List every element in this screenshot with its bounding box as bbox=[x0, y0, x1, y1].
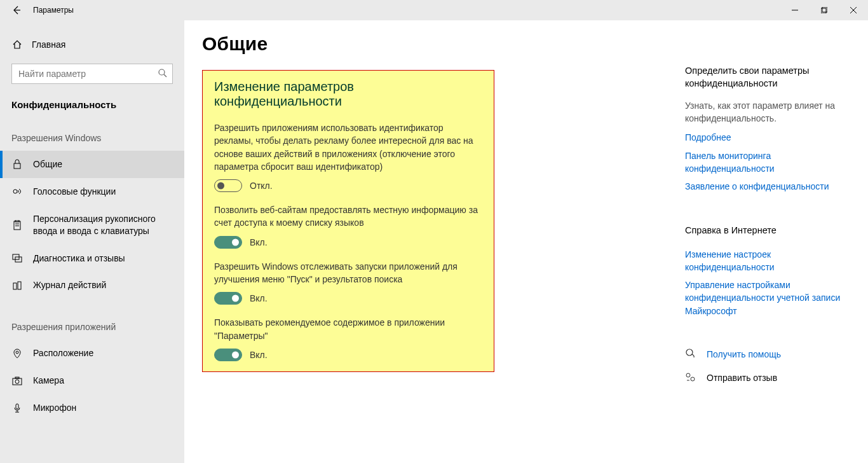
link-privacy-statement[interactable]: Заявление о конфиденциальности bbox=[685, 180, 850, 193]
maximize-icon bbox=[821, 7, 827, 13]
setting-advertising-id: Разрешить приложениям использовать идент… bbox=[214, 121, 481, 192]
get-help-link: Получить помощь bbox=[707, 348, 781, 361]
setting-suggested-content: Показывать рекомендуемое содержимое в пр… bbox=[214, 316, 481, 361]
svg-line-7 bbox=[164, 74, 166, 77]
svg-point-25 bbox=[691, 377, 695, 381]
privacy-settings-section: Изменение параметров конфиденциальности … bbox=[202, 70, 494, 372]
nav-item-microphone[interactable]: Микрофон bbox=[0, 394, 184, 422]
link-change-privacy[interactable]: Изменение настроек конфиденциальности bbox=[685, 248, 850, 274]
sidebar: Главная Конфиденциальность Разрешения Wi… bbox=[0, 20, 184, 463]
category-title: Конфиденциальность bbox=[0, 95, 184, 125]
nav-item-inking[interactable]: Персонализация рукописного ввода и ввода… bbox=[0, 205, 184, 245]
help-title: Справка в Интернете bbox=[685, 225, 850, 235]
right-title-1: Определить свои параметры конфиденциальн… bbox=[685, 65, 850, 90]
nav-label: Персонализация рукописного ввода и ввода… bbox=[33, 213, 173, 237]
svg-rect-22 bbox=[16, 404, 18, 409]
setting-app-launches: Разрешить Windows отслеживать запуски пр… bbox=[214, 260, 481, 305]
setting-description: Позволить веб-сайтам предоставлять местн… bbox=[214, 204, 481, 230]
setting-description: Разрешить Windows отслеживать запуски пр… bbox=[214, 260, 481, 286]
svg-rect-21 bbox=[15, 377, 19, 378]
nav-label: Общие bbox=[33, 158, 62, 170]
toggle-suggested-content[interactable] bbox=[214, 349, 242, 361]
svg-rect-2 bbox=[821, 8, 826, 13]
nav-item-voice[interactable]: Голосовые функции bbox=[0, 178, 184, 205]
link-learn-more[interactable]: Подробнее bbox=[685, 131, 850, 144]
feedback-row[interactable]: Отправить отзыв bbox=[685, 371, 850, 385]
svg-point-20 bbox=[15, 380, 19, 384]
nav-label: Микрофон bbox=[33, 402, 76, 414]
toggle-state-label: Откл. bbox=[250, 181, 273, 191]
toggle-state-label: Вкл. bbox=[250, 350, 268, 360]
get-help-row[interactable]: Получить помощь bbox=[685, 348, 850, 361]
help-icon bbox=[685, 348, 696, 361]
svg-rect-8 bbox=[14, 163, 20, 169]
camera-icon bbox=[11, 377, 23, 385]
toggle-advertising-id[interactable] bbox=[214, 179, 242, 192]
svg-rect-17 bbox=[18, 282, 21, 289]
nav-label: Голосовые функции bbox=[33, 186, 116, 198]
svg-point-6 bbox=[159, 69, 165, 75]
toggle-language-list[interactable] bbox=[214, 236, 242, 249]
group-header-windows: Разрешения Windows bbox=[0, 125, 184, 151]
nav-item-general[interactable]: Общие bbox=[0, 151, 184, 178]
right-panel: Определить свои параметры конфиденциальн… bbox=[685, 33, 850, 450]
window-title: Параметры bbox=[33, 6, 74, 15]
setting-description: Разрешить приложениям использовать идент… bbox=[214, 121, 481, 173]
right-desc-1: Узнать, как этот параметр влияет на конф… bbox=[685, 100, 850, 125]
svg-rect-16 bbox=[13, 283, 17, 289]
feedback-icon bbox=[11, 253, 23, 263]
search-box bbox=[11, 64, 173, 84]
toggle-app-launches[interactable] bbox=[214, 292, 242, 305]
close-icon bbox=[850, 7, 857, 13]
megaphone-icon bbox=[685, 371, 696, 385]
home-icon bbox=[11, 39, 23, 50]
nav-label: Расположение bbox=[33, 347, 93, 359]
search-icon bbox=[158, 68, 168, 80]
titlebar: Параметры bbox=[0, 0, 868, 20]
nav-label: Камера bbox=[33, 375, 64, 387]
activity-icon bbox=[11, 280, 23, 291]
nav-label: Диагностика и отзывы bbox=[33, 252, 125, 265]
svg-point-24 bbox=[686, 373, 690, 377]
toggle-state-label: Вкл. bbox=[250, 237, 268, 247]
back-button[interactable] bbox=[0, 0, 33, 20]
svg-rect-3 bbox=[822, 7, 827, 12]
home-link[interactable]: Главная bbox=[0, 33, 184, 56]
nav-item-diagnostics[interactable]: Диагностика и отзывы bbox=[0, 245, 184, 272]
minimize-button[interactable] bbox=[780, 0, 810, 20]
close-button[interactable] bbox=[839, 0, 868, 20]
minimize-icon bbox=[792, 7, 798, 13]
section-subheading: Изменение параметров конфиденциальности bbox=[214, 79, 481, 109]
lock-icon bbox=[11, 159, 23, 169]
nav-item-camera[interactable]: Камера bbox=[0, 367, 184, 394]
search-input[interactable] bbox=[11, 64, 173, 84]
link-manage-account-privacy[interactable]: Управление настройками конфиденциальност… bbox=[685, 279, 850, 317]
clipboard-icon bbox=[11, 220, 23, 230]
svg-point-9 bbox=[13, 190, 17, 193]
maximize-button[interactable] bbox=[810, 0, 839, 20]
toggle-state-label: Вкл. bbox=[250, 293, 268, 303]
setting-language-list: Позволить веб-сайтам предоставлять местн… bbox=[214, 204, 481, 249]
group-header-apps: Разрешения приложений bbox=[0, 314, 184, 340]
svg-point-18 bbox=[16, 351, 18, 354]
voice-icon bbox=[11, 186, 23, 197]
page-heading: Общие bbox=[202, 33, 660, 55]
nav-item-location[interactable]: Расположение bbox=[0, 340, 184, 367]
svg-point-23 bbox=[686, 349, 693, 356]
nav-item-activity[interactable]: Журнал действий bbox=[0, 272, 184, 299]
link-privacy-dashboard[interactable]: Панель мониторинга конфиденциальности bbox=[685, 149, 850, 176]
nav-label: Журнал действий bbox=[33, 279, 106, 291]
home-label: Главная bbox=[32, 39, 65, 50]
setting-description: Показывать рекомендуемое содержимое в пр… bbox=[214, 316, 481, 342]
microphone-icon bbox=[11, 403, 23, 413]
feedback-link: Отправить отзыв bbox=[707, 371, 777, 384]
main-content: Общие Изменение параметров конфиденциаль… bbox=[184, 20, 868, 463]
arrow-left-icon bbox=[11, 5, 22, 15]
location-icon bbox=[11, 349, 23, 359]
